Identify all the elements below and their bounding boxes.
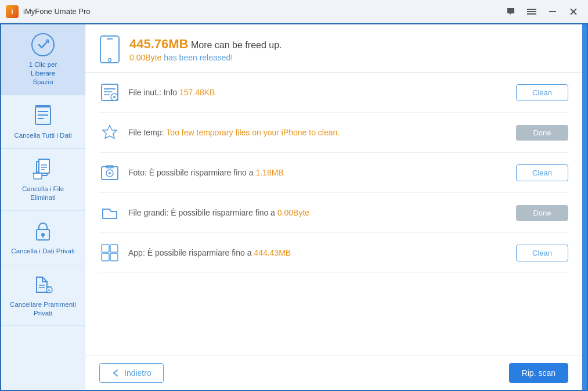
main-content: 445.76MB More can be freed up. 0.00Byte …: [85, 24, 582, 390]
file-grandi-detail: È possibile risparmiare fino a: [171, 208, 277, 217]
svg-point-4: [32, 34, 54, 56]
app-size: 444.43MB: [254, 248, 291, 257]
app-window: 1 Clic perLiberareSpazio Cancella Tutti …: [0, 23, 588, 391]
sidebar-label-prammenti: Cancellare PrammentiPrivati: [10, 300, 76, 318]
svg-rect-2: [527, 13, 536, 15]
file-inut-size: 157.48KB: [179, 88, 215, 97]
sidebar-label-cancella-file: Cancella i FileEliminati: [22, 185, 64, 202]
item-row-file-temp: File temp: Too few temporary files on yo…: [99, 113, 568, 153]
rip-scan-button[interactable]: Rip. scan: [509, 363, 568, 383]
file-inut-info: File inut.: Info 157.48KB: [128, 88, 508, 97]
foto-detail: È possibile risparmiare fino a: [149, 168, 256, 177]
content-footer: Indietro Rip. scan: [85, 356, 582, 390]
header-desc: More can be freed up.: [191, 40, 282, 50]
right-accent-bar: [582, 24, 587, 390]
app-detail: È possibile risparmiare fino a: [147, 248, 254, 257]
dati-privati-icon: [31, 219, 55, 243]
file-grandi-label: File grandi:: [128, 208, 171, 217]
svg-rect-1: [527, 11, 536, 12]
sidebar-item-cancella-tutti[interactable]: Cancella Tutti i Dati: [1, 95, 85, 149]
file-inut-icon: [99, 82, 120, 103]
svg-point-25: [109, 59, 111, 62]
chat-button[interactable]: [502, 5, 520, 19]
back-arrow-icon: [111, 369, 120, 377]
file-grandi-size: 0.00Byte: [277, 208, 309, 217]
sidebar-item-dati-privati[interactable]: Cancella i Dati Privati: [1, 211, 85, 264]
released-size: 0.00Byte: [129, 53, 161, 62]
svg-rect-37: [102, 245, 109, 252]
sidebar-item-1clic[interactable]: 1 Clic perLiberareSpazio: [1, 24, 85, 95]
content-header: 445.76MB More can be freed up. 0.00Byte …: [85, 24, 582, 73]
sidebar-item-cancella-file[interactable]: Cancella i FileEliminati: [1, 149, 85, 211]
phone-icon: [99, 35, 120, 64]
item-row-app: App: È possibile risparmiare fino a 444.…: [99, 233, 568, 273]
file-inut-action: Clean: [516, 84, 568, 101]
file-temp-warning: Too few temporary files on your iPhone t…: [166, 128, 340, 137]
freed-size: 445.76MB: [129, 37, 189, 51]
file-temp-label: File temp:: [128, 128, 166, 137]
cancella-tutti-icon: [31, 103, 55, 128]
sidebar-item-prammenti[interactable]: A Cancellare PrammentiPrivati: [1, 264, 85, 327]
back-button[interactable]: Indietro: [99, 363, 164, 383]
logo-letter: i: [11, 8, 13, 16]
sidebar-label-dati-privati: Cancella i Dati Privati: [11, 247, 74, 256]
file-inut-detail: Info: [164, 88, 179, 97]
sidebar-label-cancella-tutti: Cancella Tutti i Dati: [14, 131, 71, 140]
file-grandi-action: Done: [516, 205, 568, 221]
menu-button[interactable]: [523, 5, 540, 19]
prammenti-icon: A: [31, 272, 55, 297]
item-row-foto: Foto: È possibile risparmiare fino a 1.1…: [99, 153, 568, 193]
file-grandi-icon: [99, 202, 120, 223]
svg-text:A: A: [48, 288, 50, 292]
minimize-button[interactable]: [544, 5, 561, 19]
item-row-file-grandi: File grandi: È possibile risparmiare fin…: [99, 193, 568, 233]
foto-icon: [99, 162, 120, 183]
svg-rect-3: [549, 11, 556, 12]
file-grandi-done-button: Done: [516, 205, 568, 221]
file-temp-icon: [99, 122, 120, 143]
titlebar: i iMyFone Umate Pro: [0, 0, 588, 23]
app-logo: i: [6, 5, 19, 18]
foto-size: 1.18MB: [255, 168, 283, 177]
released-text: has been released!: [164, 53, 233, 62]
items-list: File inut.: Info 157.48KB Clean File tem…: [85, 73, 582, 356]
1clic-icon: [31, 33, 55, 57]
app-label: App:: [128, 248, 147, 257]
foto-clean-button[interactable]: Clean: [516, 164, 568, 181]
file-temp-done-button: Done: [516, 125, 568, 141]
file-inut-clean-button[interactable]: Clean: [516, 84, 568, 101]
sidebar: 1 Clic perLiberareSpazio Cancella Tutti …: [1, 24, 85, 390]
foto-action: Clean: [516, 164, 568, 181]
svg-rect-39: [102, 253, 109, 261]
svg-point-35: [109, 172, 111, 174]
app-action: Clean: [516, 245, 568, 261]
foto-label: Foto:: [128, 168, 149, 177]
item-row-file-inut: File inut.: Info 157.48KB Clean: [99, 73, 568, 113]
svg-rect-38: [110, 245, 118, 252]
svg-rect-0: [527, 9, 536, 10]
app-icon: [99, 242, 120, 263]
close-button[interactable]: [565, 5, 582, 19]
rip-scan-label: Rip. scan: [522, 368, 555, 378]
file-inut-label: File inut.:: [128, 88, 164, 97]
back-label: Indietro: [124, 368, 151, 378]
file-temp-info: File temp: Too few temporary files on yo…: [128, 128, 508, 137]
svg-rect-15: [34, 173, 42, 179]
app-clean-button[interactable]: Clean: [516, 245, 568, 261]
svg-rect-10: [39, 159, 49, 173]
app-info: App: È possibile risparmiare fino a 444.…: [128, 248, 508, 257]
app-title: iMyFone Umate Pro: [23, 7, 502, 16]
window-controls: [502, 5, 582, 19]
sidebar-label-1clic: 1 Clic perLiberareSpazio: [29, 60, 57, 87]
foto-info: Foto: È possibile risparmiare fino a 1.1…: [128, 168, 508, 177]
svg-rect-40: [110, 253, 118, 261]
file-grandi-info: File grandi: È possibile risparmiare fin…: [128, 208, 508, 217]
file-temp-action: Done: [516, 125, 568, 141]
cancella-file-icon: [31, 157, 55, 181]
